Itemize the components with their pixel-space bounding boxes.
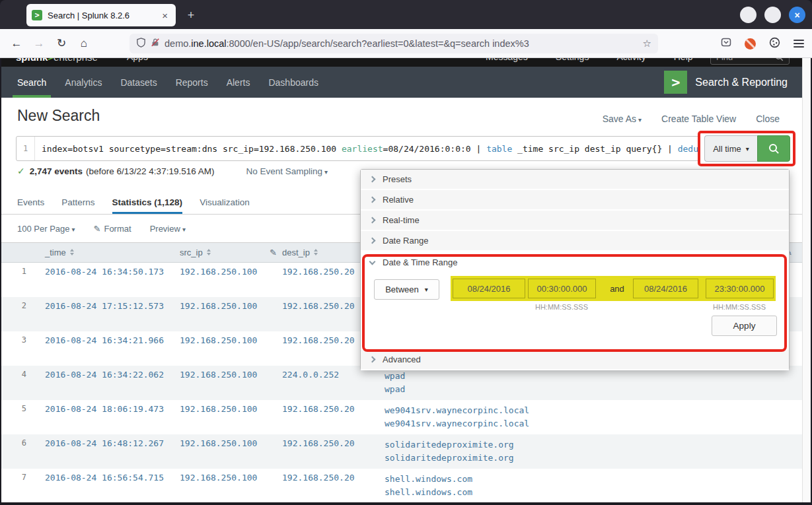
time-range-picker-button[interactable]: All time▾ [704,135,757,162]
pocket-icon[interactable] [721,37,731,50]
table-row[interactable]: 4 2016-08-24 16:34:22.062 192.168.250.10… [1,366,802,400]
toolbar-icons [721,29,804,58]
cell-time[interactable]: 2016-08-24 16:56:54.715 [33,473,180,502]
table-row[interactable]: 7 2016-08-24 16:56:54.715 192.168.250.10… [1,469,802,502]
browser-tab[interactable]: > Search | Splunk 8.2.6 × [26,4,176,26]
cell-time[interactable]: 2016-08-24 18:06:19.473 [33,404,180,434]
query-text[interactable]: index=botsv1 sourcetype=stream:dns src_i… [35,137,698,160]
table-row[interactable]: 6 2016-08-24 16:48:12.267 192.168.250.10… [1,434,802,469]
start-date-input[interactable]: 08/24/2016 [453,279,525,298]
table-control[interactable]: ✎100 Per Page▾ [17,224,75,234]
column-header-src-ip[interactable]: src_ip [180,248,282,257]
cell-dest-ip[interactable]: 192.168.250.20 [282,438,385,469]
chevron-down-icon [369,258,376,265]
splunk-favicon-icon: > [32,10,42,20]
chevron-right-icon [369,176,376,183]
result-tab[interactable]: Visualization [200,190,250,214]
event-sampling-dropdown[interactable]: No Event Sampling▾ [246,166,328,176]
cell-dest-ip[interactable]: 192.168.250.20 [282,473,385,502]
time-picker-section[interactable]: Relative [361,190,789,211]
app-nav-tab[interactable]: Dashboards [268,67,318,98]
cell-time[interactable]: 2016-08-24 16:48:12.267 [33,438,180,469]
cookie-extension-icon[interactable] [769,37,780,51]
app-nav-tab[interactable]: Reports [176,67,208,98]
blocker-extension-icon[interactable] [745,38,756,50]
reload-icon[interactable]: ↻ [50,36,73,50]
edit-column-pencil-icon[interactable]: ✎ [270,248,277,257]
app-chip[interactable]: > Search & Reporting [664,71,788,94]
cell-src-ip[interactable]: 192.168.250.100 [180,473,282,502]
scrollbar[interactable] [802,58,811,502]
page-action-link[interactable]: Save As▾ [603,114,642,124]
cell-query[interactable]: shell.windows.comshell.windows.com [385,473,802,502]
between-dropdown[interactable]: Between▾ [374,279,439,300]
cell-src-ip[interactable]: 192.168.250.100 [180,438,282,469]
cell-src-ip[interactable]: 192.168.250.100 [180,267,282,297]
back-icon[interactable]: ← [5,37,28,50]
splunk-logo[interactable]: splunk>enterprise [16,58,98,63]
cell-src-ip[interactable]: 192.168.250.100 [180,370,282,400]
app-nav-tab[interactable]: Alerts [227,67,250,98]
result-tab[interactable]: Patterns [61,190,94,214]
bookmark-star-icon[interactable]: ☆ [643,38,651,50]
splunk-bar-menu-item[interactable]: Settings [556,58,589,62]
column-header-time[interactable]: _time [33,248,180,257]
cell-src-ip[interactable]: 192.168.250.100 [180,404,282,434]
splunk-bar-menu-item[interactable]: Activity [616,58,646,62]
table-control[interactable]: ✎Preview▾ [150,224,186,234]
events-summary: ✓ 2,747 events (before 6/13/22 4:37:19.5… [17,166,328,176]
cell-query[interactable]: solidaritedeproximite.orgsolidaritedepro… [385,438,802,469]
query-segment: =08/24/2016:0:0:0 | [383,144,487,154]
date-time-range-header[interactable]: Date & Time Range [370,257,457,267]
result-tab[interactable]: Statistics (1,128) [112,190,183,214]
end-time-input[interactable]: 23:30:00.000 [706,279,774,298]
app-nav-tab[interactable]: Datasets [120,67,157,98]
cell-src-ip[interactable]: 192.168.250.100 [180,335,282,366]
caret-down-icon: ▾ [72,226,75,233]
cell-time[interactable]: 2016-08-24 16:34:50.173 [33,267,180,297]
time-picker-section[interactable]: Date Range [361,231,789,252]
start-time-input[interactable]: 00:30:00.000 [528,279,596,298]
cell-time[interactable]: 2016-08-24 16:34:22.062 [33,370,180,400]
time-picker-section-advanced[interactable]: Advanced [361,350,789,370]
app-nav-tab[interactable]: Analytics [65,67,102,98]
time-picker-section[interactable]: Real-time [361,211,789,231]
page-action-link[interactable]: Close▾ [756,114,780,124]
menu-hamburger-icon[interactable] [794,40,804,48]
splunk-bar-menu-item[interactable]: Messages [486,58,528,62]
minimize-button[interactable] [740,7,757,23]
url-text[interactable]: demo.ine.local:8000/en-US/app/search/sea… [165,38,638,49]
forward-icon[interactable]: → [28,37,50,50]
page-action-link[interactable]: Create Table View▾ [661,114,736,124]
cell-time[interactable]: 2016-08-24 17:15:12.573 [33,301,180,331]
find-input[interactable]: Find [710,58,790,65]
close-window-button[interactable]: × [789,7,805,23]
apply-button[interactable]: Apply [712,316,777,336]
time-picker-section[interactable]: Presets [361,170,789,190]
table-control[interactable]: ✎Format▾ [94,224,131,234]
end-date-input[interactable]: 08/24/2016 [633,279,698,298]
run-search-button[interactable] [757,135,790,162]
table-row[interactable]: 5 2016-08-24 18:06:19.473 192.168.250.10… [1,400,802,434]
tab-close-icon[interactable]: × [159,9,170,22]
cell-query[interactable]: wpadwpad [385,370,802,400]
result-tab[interactable]: Events [17,190,44,214]
new-tab-button[interactable]: + [182,7,200,24]
splunk-bar-menu-item[interactable]: Help [674,58,693,62]
cell-query[interactable]: we9041srv.waynecorpinc.localwe9041srv.wa… [385,404,802,434]
maximize-button[interactable] [764,7,781,23]
insecure-lock-icon[interactable] [151,38,160,50]
search-query-bar[interactable]: 1 index=botsv1 sourcetype=stream:dns src… [16,136,699,161]
time-format-hint: HH:MM:SS.SSS [525,303,598,311]
apps-menu[interactable]: Apps [127,58,148,62]
cell-dest-ip[interactable]: 224.0.0.252 [282,370,385,400]
app-nav-tab[interactable]: Search [17,67,46,98]
row-number: 3 [1,335,33,366]
highlight-band: 08/24/2016 00:30:00.000 and 08/24/2016 2… [451,276,776,301]
home-icon[interactable]: ⌂ [73,37,95,50]
cell-dest-ip[interactable]: 192.168.250.20 [282,404,385,434]
cell-time[interactable]: 2016-08-24 16:34:21.966 [33,335,180,366]
shield-icon[interactable] [136,38,146,50]
url-bar[interactable]: demo.ine.local:8000/en-US/app/search/sea… [129,34,658,53]
cell-src-ip[interactable]: 192.168.250.100 [180,301,282,331]
